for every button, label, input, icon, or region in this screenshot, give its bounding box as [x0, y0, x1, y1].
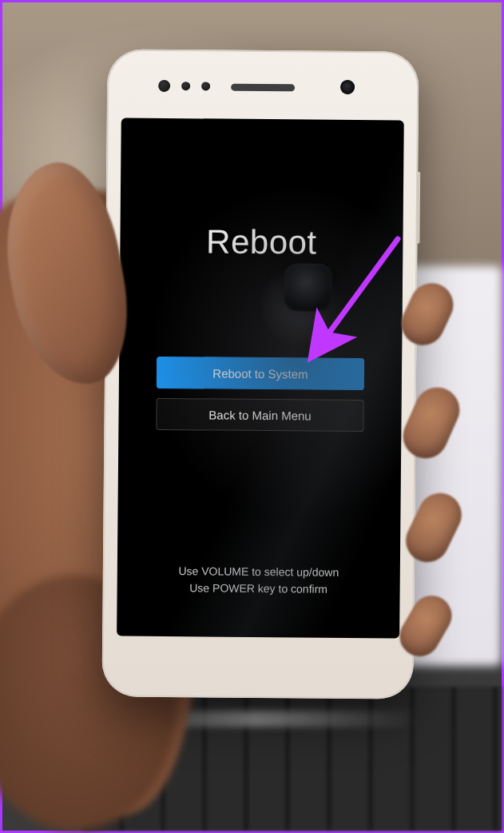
hint-line-2: Use POWER key to confirm [117, 579, 400, 598]
recovery-menu: Reboot to System Back to Main Menu [156, 357, 364, 432]
hint-text: Use VOLUME to select up/down Use POWER k… [117, 562, 400, 598]
screen-reflection-phone-lens [284, 263, 333, 312]
screen-title: Reboot [206, 222, 317, 261]
phone-body: Reboot Reboot to System Back to Main Men… [101, 49, 419, 699]
sensor-cluster [158, 80, 210, 93]
photo-frame: Reboot Reboot to System Back to Main Men… [0, 0, 504, 833]
phone-screen: Reboot Reboot to System Back to Main Men… [117, 118, 404, 638]
menu-item-reboot-to-system[interactable]: Reboot to System [157, 357, 364, 390]
menu-item-label: Back to Main Menu [208, 408, 312, 422]
earpiece [231, 84, 295, 92]
volume-rocker [416, 172, 420, 244]
menu-item-label: Reboot to System [212, 366, 308, 381]
hint-line-1: Use VOLUME to select up/down [117, 562, 400, 581]
menu-item-back-to-main-menu[interactable]: Back to Main Menu [156, 398, 363, 432]
front-camera [340, 80, 355, 94]
